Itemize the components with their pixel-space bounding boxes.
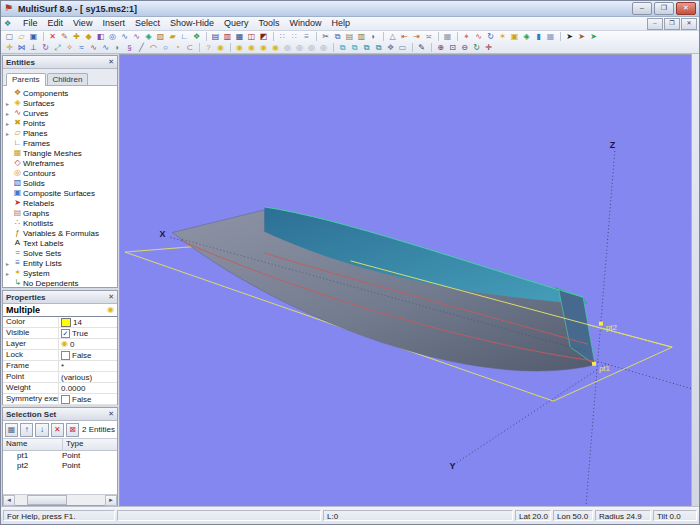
- paste-special-button[interactable]: ▥: [356, 32, 367, 42]
- hide-parents-button[interactable]: ◎: [294, 43, 305, 53]
- property-value[interactable]: False: [59, 394, 117, 404]
- copy-button[interactable]: ⧉: [332, 32, 343, 42]
- view-quad-button[interactable]: ◫: [246, 32, 257, 42]
- open-model-button[interactable]: ▱: [16, 32, 27, 42]
- select-star-button[interactable]: ✶: [497, 32, 508, 42]
- insert-bead-button[interactable]: ◆: [83, 32, 94, 42]
- maximize-button[interactable]: ❐: [654, 2, 674, 15]
- select-grid-button[interactable]: ▦: [545, 32, 556, 42]
- point-pt2-marker[interactable]: [599, 322, 603, 326]
- select-point-button[interactable]: ⌖: [461, 32, 472, 42]
- expand-icon[interactable]: ▸: [3, 260, 12, 267]
- mdi-close-button[interactable]: ✕: [681, 18, 697, 30]
- tree-item-solve-sets[interactable]: =Solve Sets: [3, 248, 117, 258]
- view-wireframe-button[interactable]: ▤: [210, 32, 221, 42]
- select-loop-button[interactable]: ↻: [485, 32, 496, 42]
- circle-button[interactable]: ○: [160, 43, 171, 53]
- property-value[interactable]: False: [59, 350, 117, 360]
- select-curve-button[interactable]: ∿: [473, 32, 484, 42]
- offset-point-button[interactable]: ✛: [4, 43, 15, 53]
- property-value[interactable]: (various): [59, 372, 117, 382]
- display-tags-button[interactable]: ∷: [277, 32, 288, 42]
- move-next-button[interactable]: ⇥: [411, 32, 422, 42]
- property-value[interactable]: ◉0: [59, 339, 117, 349]
- zoom-in-button[interactable]: ⊕: [435, 43, 446, 53]
- move-previous-button[interactable]: ⇤: [399, 32, 410, 42]
- insert-magnet-button[interactable]: ◧: [95, 32, 106, 42]
- expand-icon[interactable]: ▸: [3, 270, 12, 277]
- close-button[interactable]: ✕: [676, 2, 696, 15]
- zoom-out-button[interactable]: ⊖: [459, 43, 470, 53]
- scroll-right-icon[interactable]: ►: [105, 495, 117, 506]
- tree-item-entity-lists[interactable]: ▸≡Entity Lists: [3, 258, 117, 268]
- visibility-bulb-icon[interactable]: ◉: [107, 306, 114, 314]
- copy-mirror-button[interactable]: ⧉: [361, 43, 372, 53]
- lamp-button[interactable]: ◉: [215, 43, 226, 53]
- cspline-curve-button[interactable]: ∿: [100, 43, 111, 53]
- insert-plane-button[interactable]: ▰: [167, 32, 178, 42]
- checkbox-unchecked[interactable]: [61, 351, 70, 360]
- save-model-button[interactable]: ▣: [28, 32, 39, 42]
- display-names-button[interactable]: ∷: [289, 32, 300, 42]
- insert-surface-button[interactable]: ◈: [143, 32, 154, 42]
- menu-file[interactable]: File: [18, 17, 43, 30]
- copy-rotate-button[interactable]: ⧉: [373, 43, 384, 53]
- remove-selected-button[interactable]: ✕: [51, 423, 64, 437]
- tree-item-wireframes[interactable]: ◇Wireframes: [3, 158, 117, 168]
- dialog-button[interactable]: ▭: [397, 43, 408, 53]
- show-all-button[interactable]: ◉: [270, 43, 281, 53]
- project-entity-button[interactable]: ⟂: [28, 43, 39, 53]
- checkbox-checked[interactable]: ✓: [61, 329, 70, 338]
- property-value[interactable]: *: [59, 361, 117, 371]
- helix-curve-button[interactable]: §: [124, 43, 135, 53]
- menu-show-hide[interactable]: Show-Hide: [165, 17, 219, 30]
- zoom-window-button[interactable]: ⊡: [447, 43, 458, 53]
- copy-with-parents-button[interactable]: ⧉: [349, 43, 360, 53]
- paste-button[interactable]: ▤: [344, 32, 355, 42]
- menu-window[interactable]: Window: [284, 17, 326, 30]
- property-value[interactable]: ✓True: [59, 328, 117, 338]
- scale-entity-button[interactable]: ⤢: [52, 43, 63, 53]
- foil-curve-button[interactable]: ◗: [112, 43, 123, 53]
- clear-all-button[interactable]: ⊠: [66, 423, 79, 437]
- arc-button[interactable]: ◠: [148, 43, 159, 53]
- tree-item-system[interactable]: ▸✶System: [3, 268, 117, 278]
- menu-help[interactable]: Help: [327, 17, 356, 30]
- hide-selected-button[interactable]: ◎: [282, 43, 293, 53]
- select-window-button[interactable]: ▣: [509, 32, 520, 42]
- pan-view-button[interactable]: ✛: [483, 43, 494, 53]
- grid-button[interactable]: ▦: [442, 32, 453, 42]
- copy-properties-button[interactable]: ❖: [385, 43, 396, 53]
- insert-entity-button[interactable]: ❖: [191, 32, 202, 42]
- 3d-viewport[interactable]: pt2 pt1 X Y Z: [119, 54, 691, 506]
- show-parents-button[interactable]: ◉: [246, 43, 257, 53]
- pointer-button[interactable]: ➤: [564, 32, 575, 42]
- menu-select[interactable]: Select: [130, 17, 165, 30]
- tree-item-surfaces[interactable]: ▸◈Surfaces: [3, 98, 117, 108]
- tree-item-composite-surfaces[interactable]: ▣Composite Surfaces: [3, 188, 117, 198]
- move-up-button[interactable]: ↑: [20, 423, 33, 437]
- select-surface-button[interactable]: ◈: [521, 32, 532, 42]
- view-shaded-button[interactable]: ▥: [222, 32, 233, 42]
- tree-item-contours[interactable]: ◎Contours: [3, 168, 117, 178]
- delete-entity-button[interactable]: ✕: [47, 32, 58, 42]
- show-children-button[interactable]: ◉: [258, 43, 269, 53]
- tree-item-frames[interactable]: ∟Frames: [3, 138, 117, 148]
- blend-curve-button[interactable]: ≈: [76, 43, 87, 53]
- tree-item-no-dependents[interactable]: ↳No Dependents: [3, 278, 117, 287]
- expand-icon[interactable]: ▸: [3, 110, 12, 117]
- new-model-button[interactable]: ▢: [4, 32, 15, 42]
- pick-children-button[interactable]: ➤: [588, 32, 599, 42]
- expand-icon[interactable]: ▸: [3, 130, 12, 137]
- tree-item-variables-formulas[interactable]: ƒVariables & Formulas: [3, 228, 117, 238]
- tree-item-planes[interactable]: ▸▱Planes: [3, 128, 117, 138]
- insert-point-button[interactable]: ✚: [71, 32, 82, 42]
- tree-item-components[interactable]: ❖Components: [3, 88, 117, 98]
- menu-query[interactable]: Query: [219, 17, 254, 30]
- rotate-entity-button[interactable]: ↻: [40, 43, 51, 53]
- show-selected-button[interactable]: ◉: [234, 43, 245, 53]
- properties-close-icon[interactable]: ✕: [108, 293, 114, 301]
- column-header-name[interactable]: Name: [3, 439, 63, 450]
- insert-ring-button[interactable]: ◎: [107, 32, 118, 42]
- display-sort-button[interactable]: ≡: [301, 32, 312, 42]
